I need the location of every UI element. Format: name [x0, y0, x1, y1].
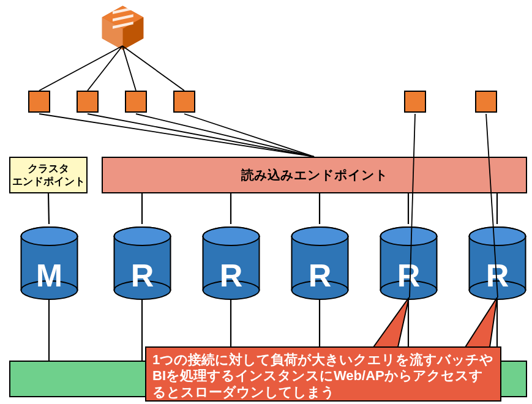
callout-note: 1つの接続に対して負荷が大きいクエリを流すバッチやBIを処理するインスタンスにW… [145, 346, 501, 402]
svg-marker-53 [373, 297, 409, 347]
svg-marker-54 [465, 297, 497, 347]
